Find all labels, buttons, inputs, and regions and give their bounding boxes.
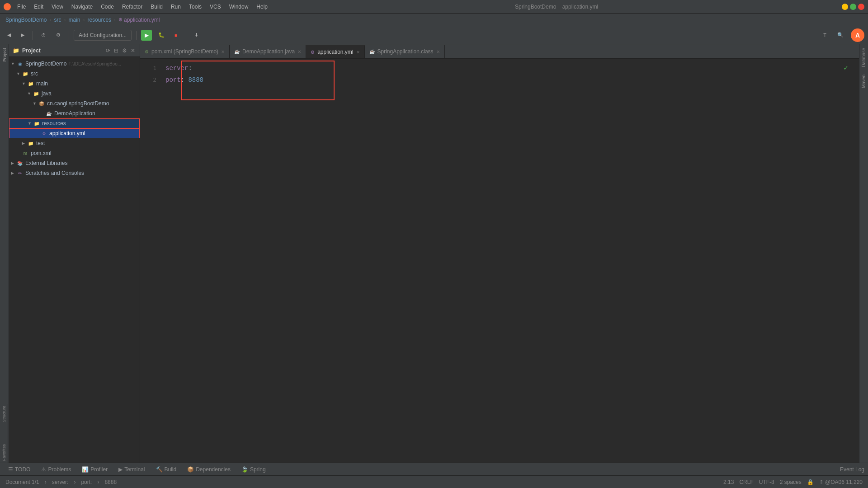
menu-code[interactable]: Code <box>97 3 118 11</box>
add-configuration-button[interactable]: Add Configuration... <box>74 30 132 41</box>
collapse-all-btn[interactable]: ⊟ <box>113 47 119 55</box>
tree-item-main[interactable]: ▼ 📁 main <box>9 79 140 89</box>
tab-label-application: application.yml <box>317 49 353 55</box>
search-everywhere-btn[interactable]: 🔍 <box>834 30 847 40</box>
tree-item-package[interactable]: ▼ 📦 cn.caogi.springBootDemo <box>9 99 140 108</box>
tree-item-external-libs[interactable]: ▶ 📚 External Libraries <box>9 158 140 168</box>
problems-tab[interactable]: ⚠ Problems <box>37 465 75 474</box>
toolbar-settings-btn[interactable]: ⚙ <box>52 30 64 40</box>
main-layout: Project 📁 Project ⟳ ⊟ ⚙ ✕ ▼ ◉ SpringBoot… <box>0 44 868 463</box>
menu-refactor[interactable]: Refactor <box>118 3 146 11</box>
tree-label-test: test <box>36 140 45 146</box>
database-tab-label[interactable]: Database <box>860 46 867 69</box>
tree-label-application-yml: application.yml <box>49 130 85 136</box>
tree-item-src[interactable]: ▼ 📁 src <box>9 69 140 79</box>
event-log-btn[interactable]: Event Log <box>840 466 864 473</box>
maximize-button[interactable] <box>850 4 856 10</box>
profiler-tab[interactable]: 📊 Profiler <box>77 465 112 474</box>
menu-run[interactable]: Run <box>167 3 184 11</box>
git-status[interactable]: ⇑ @OA06 11,220 <box>819 479 863 485</box>
tree-item-java[interactable]: ▼ 📁 java <box>9 89 140 99</box>
toolbar-back-btn[interactable]: ◀ <box>4 30 14 40</box>
breadcrumb-status: › <box>45 479 47 485</box>
sync-files-btn[interactable]: ⟳ <box>105 47 111 55</box>
doc-info[interactable]: Document 1/1 <box>5 479 39 485</box>
tab-close-pom[interactable]: ✕ <box>221 49 225 54</box>
tab-demo[interactable]: ☕ DemoApplication.java ✕ <box>230 45 306 58</box>
encoding-status[interactable]: UTF-8 <box>759 479 774 485</box>
translate-btn[interactable]: T <box>820 31 830 40</box>
expand-icon: ▶ <box>11 171 16 175</box>
todo-tab[interactable]: ☰ TODO <box>4 465 35 474</box>
breadcrumb-sep-1: › <box>49 17 51 23</box>
menu-bar: File Edit View Navigate Code Refactor Bu… <box>14 3 271 11</box>
menu-file[interactable]: File <box>14 3 29 11</box>
panel-close-btn[interactable]: ✕ <box>130 47 136 55</box>
menu-help[interactable]: Help <box>253 3 271 11</box>
maven-tab-label[interactable]: Maven <box>860 73 867 90</box>
run-button[interactable]: ▶ <box>141 30 152 41</box>
tree-item-test[interactable]: ▶ 📁 test <box>9 138 140 148</box>
menu-navigate[interactable]: Navigate <box>68 3 96 11</box>
menu-tools[interactable]: Tools <box>185 3 205 11</box>
tree-item-application-yml[interactable]: ▶ ⚙ application.yml <box>9 128 140 138</box>
tab-close-application[interactable]: ✕ <box>356 50 360 55</box>
tab-close-demo[interactable]: ✕ <box>297 49 301 54</box>
project-sidebar-icon[interactable]: Project <box>2 48 7 62</box>
tabs-bar: ⚙ pom.xml (SpringBootDemo) ✕ ☕ DemoAppli… <box>140 44 859 59</box>
tree-item-demo-app[interactable]: ▶ ☕ DemoApplication <box>9 108 140 118</box>
folder-icon-src: 📁 <box>22 70 29 77</box>
port-value-status[interactable]: 8888 <box>104 479 117 485</box>
breadcrumb-src[interactable]: src <box>54 17 61 23</box>
tree-item-pom[interactable]: ▶ m pom.xml <box>9 148 140 158</box>
breadcrumb-resources[interactable]: resources <box>87 17 111 23</box>
tree-item-scratches[interactable]: ▶ ✏ Scratches and Consoles <box>9 168 140 178</box>
vcs-update-btn[interactable]: ⬇ <box>191 30 202 40</box>
menu-window[interactable]: Window <box>226 3 252 11</box>
tab-spring[interactable]: ☕ SpringApplication.class ✕ <box>365 45 445 58</box>
structure-panel-label[interactable]: Structure <box>1 404 7 424</box>
menu-edit[interactable]: Edit <box>30 3 47 11</box>
tab-pom[interactable]: ⚙ pom.xml (SpringBootDemo) ✕ <box>140 45 230 58</box>
line-col-status[interactable]: 2:13 <box>723 479 734 485</box>
editor-checkmark: ✓ <box>844 62 848 74</box>
code-editor[interactable]: server: port: 8888 ✓ <box>158 59 859 463</box>
spring-icon: 🍃 <box>241 466 248 473</box>
tab-application[interactable]: ⚙ application.yml ✕ <box>306 45 364 58</box>
favorites-panel-label[interactable]: Favorites <box>1 442 7 463</box>
tab-close-spring[interactable]: ✕ <box>436 49 440 54</box>
tree-item-resources[interactable]: ▼ 📁 resources <box>9 118 140 128</box>
tree-label-java: java <box>42 90 52 97</box>
status-left: Document 1/1 › server: › port: › 8888 <box>5 479 117 485</box>
terminal-tab[interactable]: ▶ Terminal <box>114 465 149 474</box>
menu-build[interactable]: Build <box>147 3 166 11</box>
toolbar-forward-btn[interactable]: ▶ <box>17 30 28 40</box>
dependencies-tab[interactable]: 📦 Dependencies <box>183 465 235 474</box>
indent-status[interactable]: 2 spaces <box>780 479 802 485</box>
spring-boot-tab[interactable]: 🍃 Spring <box>237 465 270 474</box>
xml-icon-pom: m <box>22 150 29 157</box>
menu-vcs[interactable]: VCS <box>206 3 225 11</box>
build-tab[interactable]: 🔨 Build <box>151 465 181 474</box>
stop-button[interactable]: ■ <box>171 31 181 40</box>
status-right: 2:13 CRLF UTF-8 2 spaces 🔒 ⇑ @OA06 11,22… <box>723 479 863 485</box>
server-breadcrumb[interactable]: server: <box>52 479 69 485</box>
yml-icon-breadcrumb: ⚙ <box>118 17 123 22</box>
lock-icon-status: 🔒 <box>807 479 814 485</box>
tree-item-root[interactable]: ▼ ◉ SpringBootDemo F:\IDEA\csdn\SpringBo… <box>9 59 140 69</box>
toolbar-recent-btn[interactable]: ⏱ <box>38 31 50 40</box>
panel-settings-btn[interactable]: ⚙ <box>121 47 128 55</box>
port-label-status[interactable]: port: <box>81 479 92 485</box>
close-button[interactable] <box>858 4 864 10</box>
user-avatar[interactable]: A <box>851 28 864 42</box>
menu-view[interactable]: View <box>48 3 67 11</box>
breadcrumb-project[interactable]: SpringBootDemo <box>5 17 47 23</box>
debug-button[interactable]: 🐛 <box>155 30 168 40</box>
yml-icon-tree: ⚙ <box>40 130 47 137</box>
breadcrumb-main[interactable]: main <box>68 17 80 23</box>
minimize-button[interactable] <box>842 4 848 10</box>
line-ending-status[interactable]: CRLF <box>739 479 753 485</box>
dependencies-label: Dependencies <box>196 466 231 473</box>
breadcrumb-sep-2: › <box>64 17 66 23</box>
app-icon <box>4 3 11 10</box>
